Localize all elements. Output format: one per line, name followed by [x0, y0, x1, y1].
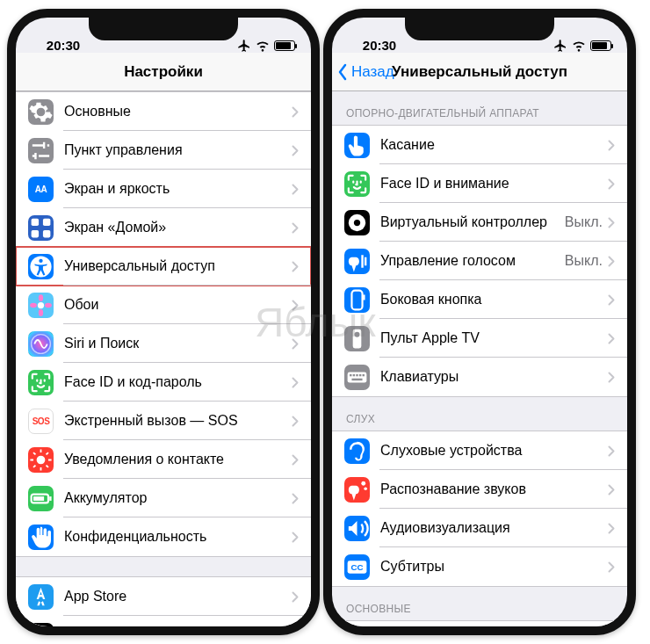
nav-bar: Настройки	[16, 53, 311, 91]
svg-rect-43	[363, 373, 365, 375]
svg-rect-39	[350, 373, 351, 375]
svg-point-7	[39, 294, 43, 301]
wifi-icon	[256, 39, 270, 53]
chevron-right-icon	[608, 294, 615, 306]
sound-icon	[344, 477, 370, 503]
row-exposure[interactable]: Уведомления о контакте	[16, 440, 311, 479]
settings-group: ОсновныеПункт управленияAAЭкран и яркост…	[16, 91, 311, 557]
svg-point-5	[39, 258, 42, 262]
siri-icon	[28, 331, 54, 357]
status-time: 20:30	[37, 38, 90, 53]
row-voice-control[interactable]: Управление голосомВыкл.	[332, 242, 627, 280]
row-label: Пульт Apple TV	[380, 330, 608, 346]
row-label: Основные	[64, 104, 292, 119]
touch-icon	[344, 133, 370, 158]
flower-icon	[28, 293, 54, 318]
remote-icon	[344, 326, 370, 351]
row-touch[interactable]: Касание	[332, 126, 627, 164]
row-faceid-passcode[interactable]: Face ID и код-пароль	[16, 363, 311, 402]
settings-group: App StoreWallet и Apple Pay	[16, 576, 311, 626]
gear-icon	[28, 99, 54, 125]
grid-icon	[28, 215, 54, 241]
chevron-right-icon	[608, 484, 615, 496]
chevron-right-icon	[292, 222, 299, 234]
svg-rect-41	[356, 373, 358, 375]
svg-rect-34	[351, 290, 362, 309]
svg-rect-22	[49, 496, 51, 501]
row-label: Face ID и внимание	[380, 176, 608, 192]
chevron-right-icon	[608, 140, 615, 151]
ear-icon	[344, 438, 370, 464]
row-audio-visual[interactable]: Аудиовизуализация	[332, 509, 627, 547]
chevron-right-icon	[292, 454, 299, 466]
row-label: Пункт управления	[64, 142, 292, 158]
svg-point-10	[45, 302, 52, 307]
row-wallpaper[interactable]: Обои	[16, 286, 311, 324]
row-label: Субтитры	[380, 559, 608, 575]
row-sos[interactable]: SOSЭкстренный вызов — SOS	[16, 402, 311, 440]
appstore-icon	[28, 584, 54, 610]
settings-list[interactable]: ОсновныеПункт управленияAAЭкран и яркост…	[16, 91, 311, 626]
svg-line-17	[33, 452, 35, 454]
chevron-right-icon	[608, 445, 615, 457]
back-label: Назад	[351, 63, 394, 81]
row-subtitles[interactable]: CCСубтитры	[332, 547, 627, 586]
faceid-icon	[344, 171, 370, 197]
svg-rect-35	[363, 294, 365, 300]
row-control-center[interactable]: Пункт управления	[16, 131, 311, 170]
row-guided-access[interactable]: Гид-доступВыкл.	[332, 621, 627, 626]
row-hearing-devices[interactable]: Слуховые устройства	[332, 431, 627, 470]
row-label: Касание	[380, 137, 608, 153]
chevron-right-icon	[292, 493, 299, 504]
cc-icon: CC	[344, 554, 370, 580]
row-privacy[interactable]: Конфиденциальность	[16, 517, 311, 556]
row-label: Распознавание звуков	[380, 481, 608, 497]
row-appstore[interactable]: App Store	[16, 577, 311, 616]
row-wallet[interactable]: Wallet и Apple Pay	[16, 616, 311, 626]
row-label: Слуховые устройства	[380, 443, 608, 459]
svg-rect-42	[359, 373, 361, 375]
svg-rect-0	[32, 218, 39, 225]
text-icon: AA	[28, 177, 54, 202]
accessibility-list[interactable]: ОПОРНО-ДВИГАТЕЛЬНЫЙ АППАРАТКасаниеFace I…	[332, 91, 627, 626]
row-side-button[interactable]: Боковая кнопка	[332, 280, 627, 319]
row-switch-control[interactable]: Виртуальный контроллерВыкл.	[332, 203, 627, 242]
row-label: Боковая кнопка	[380, 292, 608, 308]
back-button[interactable]: Назад	[337, 63, 394, 81]
row-detail: Выкл.	[565, 253, 603, 269]
airplane-icon	[553, 39, 567, 53]
sliders-icon	[28, 138, 54, 163]
svg-line-19	[33, 465, 35, 467]
chevron-right-icon	[292, 145, 299, 156]
row-battery[interactable]: Аккумулятор	[16, 479, 311, 517]
row-label: Экстренный вызов — SOS	[64, 413, 292, 429]
chevron-right-icon	[608, 178, 615, 190]
row-siri-search[interactable]: Siri и Поиск	[16, 324, 311, 363]
row-sound-recognition[interactable]: Распознавание звуков	[332, 470, 627, 509]
row-detail: Выкл.	[565, 214, 603, 230]
row-accessibility[interactable]: Универсальный доступ	[16, 247, 311, 286]
row-faceid-attention[interactable]: Face ID и внимание	[332, 164, 627, 203]
row-label: Конфиденциальность	[64, 529, 292, 545]
exposure-icon	[28, 447, 54, 473]
notch	[89, 18, 238, 40]
row-apple-tv-remote[interactable]: Пульт Apple TV	[332, 319, 627, 358]
svg-point-9	[30, 302, 37, 307]
nav-bar: Назад Универсальный доступ	[332, 53, 627, 91]
row-display-brightness[interactable]: AAЭкран и яркость	[16, 170, 311, 208]
row-label: Уведомления о контакте	[64, 452, 292, 467]
svg-point-46	[364, 487, 367, 490]
audioviz-icon	[344, 516, 370, 541]
keyboard-icon	[344, 365, 370, 390]
row-label: Экран «Домой»	[64, 220, 292, 235]
row-general[interactable]: Основные	[16, 92, 311, 131]
svg-point-12	[37, 455, 46, 464]
row-keyboards[interactable]: Клавиатуры	[332, 358, 627, 396]
chevron-right-icon	[608, 333, 615, 344]
row-label: Face ID и код-пароль	[64, 374, 292, 390]
section-header: СЛУХ	[332, 397, 627, 431]
row-home-screen[interactable]: Экран «Домой»	[16, 208, 311, 247]
chevron-right-icon	[608, 523, 615, 534]
chevron-right-icon	[608, 217, 615, 228]
row-label: Аудиовизуализация	[380, 520, 608, 536]
